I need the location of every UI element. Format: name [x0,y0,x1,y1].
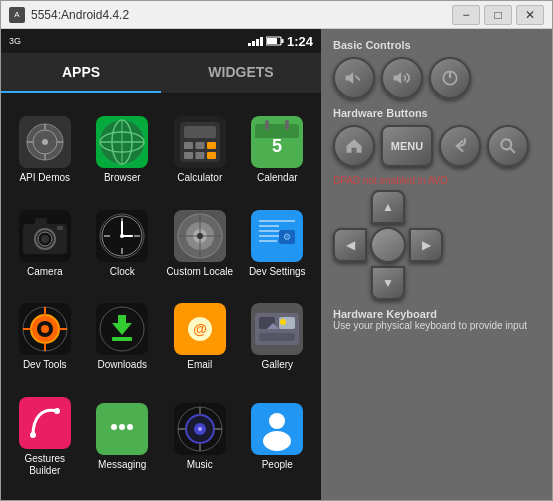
svg-rect-2 [267,38,277,44]
status-bar: 3G 1:24 [1,29,321,53]
svg-point-85 [127,424,133,430]
svg-text:5: 5 [272,136,282,156]
signal-icon [248,37,263,46]
dpad-container: ▲ ▼ ◀ ▶ [333,190,443,300]
svg-point-102 [501,139,511,149]
keyboard-subtitle: Use your physical keyboard to provide in… [333,320,540,331]
dev-tools-label: Dev Tools [23,359,67,371]
downloads-label: Downloads [98,359,147,371]
dpad-left-button[interactable]: ◀ [333,228,367,262]
app-gestures-builder[interactable]: Gestures Builder [6,384,84,490]
music-icon [174,403,226,455]
volume-down-button[interactable] [333,57,375,99]
window-title: 5554:Android4.4.2 [31,8,129,22]
people-label: People [262,459,293,471]
gallery-icon [251,303,303,355]
custom-locale-icon [174,210,226,262]
maximize-button[interactable]: □ [484,5,512,25]
back-button[interactable] [439,125,481,167]
hardware-buttons-title: Hardware Buttons [333,107,540,119]
dev-tools-icon [19,303,71,355]
svg-rect-16 [184,126,216,138]
svg-point-89 [198,427,202,431]
svg-line-98 [356,76,360,81]
svg-point-76 [280,319,286,325]
dpad-up-button[interactable]: ▲ [371,190,405,224]
downloads-icon [96,303,148,355]
svg-rect-51 [259,220,295,222]
svg-rect-34 [57,226,63,230]
svg-line-103 [510,148,515,153]
api-demos-icon [19,116,71,168]
app-messaging[interactable]: Messaging [84,384,162,490]
custom-locale-label: Custom Locale [166,266,233,278]
app-email[interactable]: @ Email [161,291,239,385]
svg-rect-78 [23,401,67,445]
title-bar: A 5554:Android4.4.2 − □ ✕ [1,1,552,29]
svg-rect-21 [195,152,204,159]
app-grid: API Demos Browser [1,93,321,500]
dev-settings-label: Dev Settings [249,266,306,278]
app-browser[interactable]: Browser [84,103,162,197]
window-controls: − □ ✕ [452,5,544,25]
svg-point-61 [41,325,49,333]
clock-label: Clock [110,266,135,278]
tab-widgets[interactable]: WIDGETS [161,53,321,93]
dev-settings-icon: ⚙ [251,210,303,262]
search-button[interactable] [487,125,529,167]
gestures-builder-label: Gestures Builder [10,453,80,477]
app-api-demos[interactable]: API Demos [6,103,84,197]
app-calculator[interactable]: Calculator [161,103,239,197]
menu-button[interactable]: MENU [381,125,433,167]
svg-rect-28 [285,120,289,130]
app-icon-letter: A [14,10,19,19]
app-camera[interactable]: Camera [6,197,84,291]
calendar-label: Calendar [257,172,298,184]
app-people[interactable]: People [239,384,317,490]
volume-up-button[interactable] [381,57,423,99]
svg-rect-68 [112,337,132,341]
svg-point-96 [263,431,291,451]
phone-panel: 3G 1:24 APPS WIDGET [1,29,321,500]
email-label: Email [187,359,212,371]
power-button[interactable] [429,57,471,99]
keyboard-section: Hardware Keyboard Use your physical keyb… [333,308,540,331]
camera-icon [19,210,71,262]
svg-marker-97 [346,72,354,84]
svg-rect-27 [265,120,269,130]
tabs: APPS WIDGETS [1,53,321,93]
camera-label: Camera [27,266,63,278]
svg-point-80 [30,432,36,438]
app-dev-tools[interactable]: Dev Tools [6,291,84,385]
basic-controls-title: Basic Controls [333,39,540,51]
svg-point-95 [269,413,285,429]
app-downloads[interactable]: Downloads [84,291,162,385]
svg-point-5 [42,139,48,145]
minimize-button[interactable]: − [452,5,480,25]
app-dev-settings[interactable]: ⚙ Dev Settings [239,197,317,291]
calculator-label: Calculator [177,172,222,184]
messaging-label: Messaging [98,459,146,471]
tab-apps[interactable]: APPS [1,53,161,93]
main-layout: 3G 1:24 APPS WIDGET [1,29,552,500]
dpad-center-button[interactable] [370,227,406,263]
gallery-label: Gallery [261,359,293,371]
gestures-builder-icon [19,397,71,449]
svg-rect-33 [35,218,47,226]
home-button[interactable] [333,125,375,167]
app-music[interactable]: Music [161,384,239,490]
dpad-down-button[interactable]: ▼ [371,266,405,300]
app-clock[interactable]: Clock [84,197,162,291]
clock: 1:24 [287,34,313,49]
title-bar-left: A 5554:Android4.4.2 [9,7,129,23]
svg-rect-75 [259,333,295,341]
svg-rect-52 [259,225,279,227]
close-button[interactable]: ✕ [516,5,544,25]
dpad-right-button[interactable]: ▶ [409,228,443,262]
app-calendar[interactable]: 5 Calendar [239,103,317,197]
app-custom-locale[interactable]: Custom Locale [161,197,239,291]
app-gallery[interactable]: Gallery [239,291,317,385]
menu-label: MENU [391,140,423,152]
hardware-buttons-row: MENU [333,125,540,167]
svg-rect-22 [207,152,216,159]
